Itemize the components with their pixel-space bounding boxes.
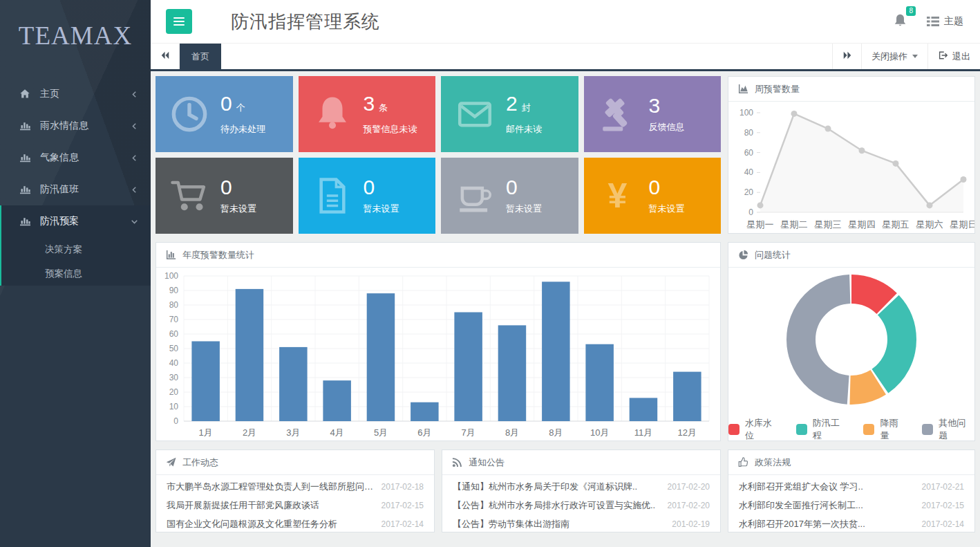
theme-list-icon: [927, 17, 939, 26]
news-item-title: 水利部印发全面推行河长制工...: [739, 499, 863, 512]
sidebar-subitem-decision-plan[interactable]: 决策方案: [1, 237, 151, 261]
svg-text:80: 80: [169, 300, 179, 310]
legend-label: 水库水位: [745, 417, 781, 441]
panel-weekly-warnings-title: 周预警数量: [755, 83, 800, 95]
stat-card-unit: 条: [379, 102, 388, 113]
chevron-left-icon: [131, 91, 138, 98]
news-item[interactable]: 【公告】杭州市水务局排水行政许可设置与实施优..2017-02-20: [442, 496, 720, 514]
sidebar-item-flood-duty[interactable]: 防汛值班: [1, 174, 151, 205]
stat-card-todo-unprocessed[interactable]: 0个待办未处理: [156, 76, 293, 152]
stat-card-value: 3: [649, 95, 685, 117]
svg-text:0: 0: [173, 416, 178, 426]
svg-text:星期三: 星期三: [815, 219, 842, 230]
sidebar-item-weather-info[interactable]: 气象信息: [1, 142, 151, 174]
sidebar-subitem-plan-info[interactable]: 预案信息: [1, 261, 151, 286]
caret-down-icon: [912, 55, 918, 58]
tabbar-spacer: [221, 44, 832, 69]
stat-card-warning-unread[interactable]: 3条预警信息未读: [299, 76, 436, 152]
news-item-date: 2017-02-20: [668, 482, 710, 492]
news-item-date: 2017-02-21: [922, 482, 964, 492]
stat-card-feedback-info[interactable]: 3反馈信息: [584, 76, 722, 152]
news-item[interactable]: 水利部召开党组扩大会议 学习..2017-02-21: [728, 477, 974, 496]
paper-plane-icon: [166, 457, 176, 467]
stat-card-unset-money[interactable]: ¥0暂未设置: [584, 158, 722, 234]
svg-text:3月: 3月: [286, 427, 300, 438]
panel-annual-warnings-title: 年度预警数量统计: [182, 249, 254, 261]
chevron-down-icon: [131, 218, 138, 225]
stat-card-unit: 封: [522, 102, 531, 113]
legend-item: 水库水位: [728, 417, 781, 441]
nav-group-flood-duty: 防汛值班: [0, 174, 151, 205]
svg-text:60: 60: [744, 148, 754, 158]
svg-text:50: 50: [169, 344, 179, 353]
chevron-left-icon: [131, 154, 138, 162]
svg-text:10月: 10月: [590, 427, 609, 438]
panel-policies: 政策法规 水利部召开党组扩大会议 学习..2017-02-21水利部印发全面推行…: [728, 449, 975, 532]
gavel-icon: [596, 93, 639, 136]
notifications-button[interactable]: 8: [893, 13, 907, 30]
scroll-tabs-left-button[interactable]: [151, 44, 180, 69]
close-operations-dropdown[interactable]: 关闭操作: [861, 44, 927, 69]
panel-annual-warnings-header: 年度预警数量统计: [156, 243, 720, 268]
stat-card-info: 3条预警信息未读: [364, 93, 417, 136]
news-item[interactable]: 我局开展新提拔任用干部党风廉政谈话2017-02-15: [156, 496, 434, 514]
svg-text:80: 80: [744, 128, 754, 138]
yen-icon: ¥: [596, 174, 639, 217]
chart-icon: [19, 152, 32, 163]
menu-toggle-button[interactable]: [166, 9, 192, 34]
double-chevron-right-icon: [842, 50, 852, 62]
sidebar-item-label: 气象信息: [40, 151, 79, 164]
scroll-tabs-right-button[interactable]: [832, 44, 861, 69]
news-item[interactable]: 市大鹏半岛水源工程管理处负责人到一线部所慰问新春2017-02-18: [156, 477, 434, 496]
exit-button[interactable]: 退出: [927, 44, 980, 69]
stat-card-info: 3反馈信息: [649, 95, 685, 133]
tab-home[interactable]: 首页: [180, 44, 221, 69]
panel-work-news: 工作动态 市大鹏半岛水源工程管理处负责人到一线部所慰问新春2017-02-18我…: [156, 449, 435, 532]
panel-problem-stats-header: 问题统计: [728, 243, 974, 268]
news-item-date: 2017-02-15: [381, 501, 424, 510]
panel-weekly-warnings-header: 周预警数量: [728, 77, 974, 102]
news-item[interactable]: 水利部召开2017年第一次扶贫...2017-02-14: [728, 514, 974, 533]
topbar: 防汛指挥管理系统 8 主题: [151, 0, 980, 43]
main-column: 防汛指挥管理系统 8 主题 首页 关闭操作: [151, 0, 980, 547]
sign-out-icon: [938, 50, 948, 62]
sidebar-item-home[interactable]: 主页: [1, 78, 151, 110]
news-item-title: 我局开展新提拔任用干部党风廉政谈话: [167, 499, 319, 512]
news-item[interactable]: 【通知】杭州市水务局关于印发《河道标识牌..2017-02-20: [442, 477, 720, 496]
theme-button[interactable]: 主题: [927, 15, 963, 28]
news-item[interactable]: 水利部印发全面推行河长制工...2017-02-15: [728, 496, 974, 514]
legend-swatch: [863, 424, 874, 435]
sidebar-item-flood-plan[interactable]: 防汛预案: [1, 205, 151, 237]
stat-card-label: 反馈信息: [649, 121, 685, 133]
panel-weekly-warnings: 周预警数量 020406080100星期一星期二星期三星期四星期五星期六星期日: [728, 76, 975, 234]
coffee-icon: [453, 174, 496, 217]
double-chevron-left-icon: [160, 50, 170, 62]
panel-policies-title: 政策法规: [755, 456, 791, 469]
stat-card-value: 0: [220, 176, 256, 198]
panel-problem-stats-title: 问题统计: [755, 249, 791, 261]
sidebar-item-rainfall-info[interactable]: 雨水情信息: [1, 110, 151, 142]
panel-problem-stats: 问题统计 水库水位防汛工程降雨量其他问题: [728, 242, 975, 441]
nav-group-weather-info: 气象信息: [0, 142, 151, 174]
stat-card-value: 0: [364, 176, 399, 198]
problem-stats-donut-chart: [728, 268, 974, 414]
policies-list: 水利部召开党组扩大会议 学习..2017-02-21水利部印发全面推行河长制工.…: [728, 475, 974, 533]
svg-text:40: 40: [744, 167, 754, 177]
svg-text:7月: 7月: [462, 427, 475, 438]
stat-card-mail-unread[interactable]: 2封邮件未读: [441, 76, 578, 152]
notices-list: 【通知】杭州市水务局关于印发《河道标识牌..2017-02-20【公告】杭州市水…: [442, 475, 720, 533]
svg-text:40: 40: [169, 358, 179, 368]
page-title: 防汛指挥管理系统: [231, 10, 380, 34]
news-item-date: 2017-02-18: [381, 482, 424, 492]
legend-label: 降雨量: [880, 417, 907, 441]
news-item[interactable]: 【公告】劳动节集体出游指南201-02-19: [442, 514, 720, 533]
svg-text:星期二: 星期二: [781, 219, 808, 230]
sidebar: TEAMAX 主页雨水情信息气象信息防汛值班防汛预案决策方案预案信息: [0, 0, 151, 547]
news-item[interactable]: 国有企业文化问题根源及文化重塑任务分析2017-02-14: [156, 514, 434, 533]
stat-card-unset-file[interactable]: 0暂未设置: [299, 158, 436, 234]
chevron-left-icon: [131, 186, 138, 194]
chevron-left-icon: [131, 122, 138, 130]
stat-card-unset-coffee[interactable]: 0暂未设置: [441, 158, 578, 234]
stat-card-unset-cart[interactable]: 0暂未设置: [156, 158, 293, 234]
stat-card-info: 2封邮件未读: [506, 93, 542, 136]
